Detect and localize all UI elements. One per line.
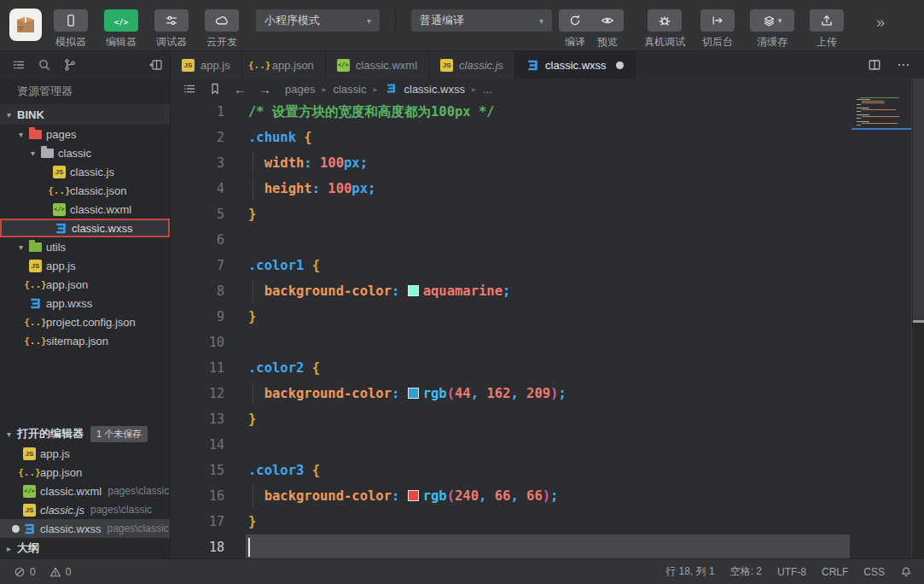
search-icon[interactable]: [38, 58, 51, 72]
toolbar-divider: [395, 9, 396, 32]
code-line-3[interactable]: 3 width: 100px;: [171, 150, 924, 176]
git-branch-icon[interactable]: [63, 58, 77, 72]
tree-item-app.wxss[interactable]: app.wxss: [0, 294, 170, 312]
explorer-title: 资源管理器: [0, 79, 170, 104]
unsaved-dot: [12, 525, 20, 533]
code-line-7[interactable]: 7.color1 {: [171, 253, 924, 278]
toolbar-button-bug[interactable]: 真机调试: [644, 9, 685, 50]
toolbar-button-phone[interactable]: 模拟器: [54, 9, 88, 50]
code-line-6[interactable]: 6: [171, 227, 924, 253]
color-swatch[interactable]: [408, 490, 419, 501]
app-logo[interactable]: [9, 9, 42, 41]
tree-item-classic.wxml[interactable]: </>classic.wxml: [0, 200, 170, 219]
outline-label: 大纲: [17, 540, 39, 556]
editor-scrollbar[interactable]: [911, 79, 924, 558]
tab-app.js[interactable]: JSapp.js: [171, 51, 242, 79]
code-line-4[interactable]: 4 height: 100px;: [171, 176, 924, 201]
toolbar-button-code[interactable]: </> 编辑器: [104, 9, 138, 50]
code-line-9[interactable]: 9}: [171, 304, 924, 330]
code-line-18[interactable]: 18: [171, 534, 924, 558]
eol-setting[interactable]: CRLF: [822, 566, 848, 578]
tree-item-app.js[interactable]: JSapp.js: [0, 256, 170, 275]
tree-item-app.json[interactable]: {..}app.json: [0, 275, 170, 294]
file-list-icon[interactable]: [12, 58, 26, 72]
color-swatch[interactable]: [408, 285, 419, 296]
code-line-1[interactable]: 1/* 设置方块的宽度和高度都为100px */: [171, 99, 924, 125]
breadcrumb-classic[interactable]: classic: [333, 83, 366, 96]
open-editor-app.json[interactable]: {..}app.json: [0, 463, 170, 482]
encoding-setting[interactable]: UTF-8: [777, 566, 806, 578]
color-swatch[interactable]: [408, 388, 419, 399]
collapse-sidebar-icon[interactable]: [149, 58, 163, 72]
chevron-down-icon: ▾: [19, 242, 29, 252]
tree-item-utils[interactable]: ▾utils: [0, 237, 170, 256]
tree-item-project.config.json[interactable]: {..}project.config.json: [0, 312, 170, 331]
toolbar-button-sliders[interactable]: 调试器: [154, 9, 189, 50]
tab-app.json[interactable]: {..}app.json: [242, 51, 326, 79]
code-line-8[interactable]: 8 background-color: aquamarine;: [171, 278, 924, 304]
preview-button[interactable]: [591, 9, 624, 32]
code-line-10[interactable]: 10: [171, 330, 924, 355]
warnings-icon[interactable]: [49, 566, 61, 578]
code-line-17[interactable]: 17}: [171, 509, 924, 534]
notifications-bell-icon[interactable]: [900, 566, 912, 578]
toolbar-button-switch-background[interactable]: 切后台: [700, 9, 735, 50]
open-editor-classic.wxml[interactable]: </>classic.wxmlpages\classic: [0, 482, 170, 500]
line-number: 15: [171, 458, 224, 483]
warnings-count[interactable]: 0: [66, 566, 72, 578]
tree-item-classic.wxss[interactable]: classic.wxss: [0, 219, 170, 237]
indent-setting[interactable]: 空格: 2: [730, 564, 762, 579]
tab-classic.wxml[interactable]: </>classic.wxml: [326, 51, 429, 79]
code-line-12[interactable]: 12 background-color: rgb(44, 162, 209);: [171, 381, 924, 406]
code-line-15[interactable]: 15.color3 {: [171, 458, 924, 483]
line-number: 8: [171, 278, 224, 304]
navigate-back-icon[interactable]: ←: [234, 82, 247, 96]
code-content[interactable]: 1/* 设置方块的宽度和高度都为100px */2.chunk {3 width…: [171, 99, 924, 558]
project-root-header[interactable]: ▾ BINK: [0, 104, 170, 125]
utils-folder-icon: [29, 242, 42, 252]
open-editor-classic.js[interactable]: JSclassic.jspages\classic: [0, 500, 170, 519]
code-line-11[interactable]: 11.color2 {: [171, 355, 924, 381]
toolbar-button-cloud[interactable]: 云开发: [205, 9, 239, 50]
code-line-5[interactable]: 5}: [171, 201, 924, 227]
code-line-14[interactable]: 14: [171, 432, 924, 458]
tree-item-sitemap.json[interactable]: {..}sitemap.json: [0, 331, 170, 350]
line-number: 1: [171, 99, 224, 125]
toolbar-overflow-button[interactable]: »: [876, 14, 883, 32]
open-editor-classic.wxss[interactable]: classic.wxsspages\classic: [0, 519, 170, 538]
scrollbar-slider[interactable]: [913, 79, 924, 320]
toolbar-button-layers[interactable]: ▾ 清缓存: [750, 9, 794, 50]
unsaved-dot: [616, 61, 624, 69]
code-line-2[interactable]: 2.chunk {: [171, 125, 924, 150]
errors-count[interactable]: 0: [30, 566, 36, 578]
compile-mode-dropdown[interactable]: 普通编译 ▾: [411, 9, 552, 32]
breadcrumb-file[interactable]: classic.wxss: [404, 83, 466, 96]
toolbar-button-upload[interactable]: 上传: [810, 9, 844, 50]
outline-header[interactable]: ▸ 大纲: [0, 538, 170, 558]
code-line-13[interactable]: 13}: [171, 406, 924, 432]
tree-item-classic[interactable]: ▾classic: [0, 143, 170, 162]
tree-item-classic.json[interactable]: {..}classic.json: [0, 181, 170, 200]
tree-item-classic.js[interactable]: JSclassic.js: [0, 162, 170, 181]
line-number: 2: [171, 125, 224, 150]
more-actions-icon[interactable]: [897, 58, 910, 72]
cursor-position[interactable]: 行 18, 列 1: [665, 564, 714, 579]
outline-list-icon[interactable]: [183, 82, 196, 96]
wxss-file-icon: [23, 523, 36, 535]
code-line-16[interactable]: 16 background-color: rgb(240, 66, 66);: [171, 483, 924, 509]
tab-classic.js[interactable]: JSclassic.js: [429, 51, 515, 79]
tab-classic.wxss[interactable]: classic.wxss: [515, 51, 636, 79]
breadcrumb-pages[interactable]: pages: [285, 83, 315, 96]
mode-dropdown[interactable]: 小程序模式 ▾: [256, 9, 380, 32]
breadcrumb-more[interactable]: ...: [483, 83, 492, 96]
tree-item-pages[interactable]: ▾pages: [0, 125, 170, 143]
navigate-forward-icon[interactable]: →: [259, 82, 271, 96]
language-mode[interactable]: CSS: [863, 566, 885, 578]
open-editor-app.js[interactable]: JSapp.js: [0, 444, 170, 463]
line-number: 14: [171, 432, 224, 458]
errors-icon[interactable]: [14, 566, 26, 578]
bookmark-icon[interactable]: [208, 82, 222, 96]
split-editor-icon[interactable]: [868, 58, 881, 72]
compile-button[interactable]: [559, 9, 591, 32]
open-editors-header[interactable]: ▾ 打开的编辑器 1 个未保存: [0, 423, 170, 444]
